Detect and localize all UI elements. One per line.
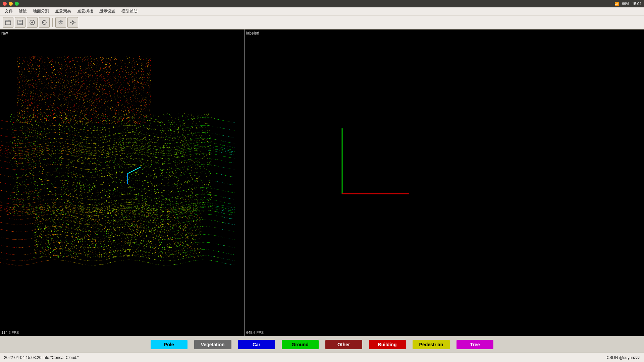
label-btn-building[interactable]: Building (369, 340, 406, 349)
label-btn-car[interactable]: Car (238, 340, 275, 349)
labeled-canvas[interactable] (245, 29, 644, 336)
titlebar-controls (3, 2, 19, 6)
titlebar-status: 📶 99% 15:04 (614, 2, 641, 6)
label-bar: PoleVegetationCarGroundOtherBuildingPede… (0, 336, 644, 353)
menu-model-assist[interactable]: 模型辅助 (119, 8, 140, 15)
close-button[interactable] (3, 2, 7, 6)
menu-file[interactable]: 文件 (2, 8, 15, 15)
svg-point-6 (72, 21, 74, 23)
raw-canvas[interactable] (0, 29, 244, 336)
menu-display[interactable]: 显示设置 (97, 8, 118, 15)
tools-button[interactable] (67, 17, 78, 28)
save-button[interactable] (15, 17, 25, 28)
labeled-fps: 645.6 FPS (246, 330, 264, 335)
menu-filter[interactable]: 滤波 (16, 8, 30, 15)
viewport-labeled[interactable]: labeled 645.6 FPS (245, 29, 644, 336)
svg-rect-4 (18, 23, 22, 24)
label-btn-pedestrian[interactable]: Pedestrian (413, 340, 450, 349)
label-btn-pole[interactable]: Pole (151, 340, 187, 349)
labeled-label: labeled (246, 31, 259, 36)
open-button[interactable] (3, 17, 13, 28)
toolbar-separator (52, 18, 53, 27)
label-btn-tree[interactable]: Tree (457, 340, 493, 349)
svg-rect-3 (19, 20, 21, 22)
toolbar (0, 15, 644, 29)
minimize-button[interactable] (9, 2, 13, 6)
refresh-button[interactable] (39, 17, 50, 28)
raw-label: raw (1, 31, 8, 36)
save-as-button[interactable] (27, 17, 38, 28)
svg-rect-0 (5, 21, 11, 25)
menu-point-stitch[interactable]: 点云拼接 (74, 8, 96, 15)
network-icon: 📶 (614, 2, 619, 6)
main-content: raw 114.2 FPS labeled 645.6 FPS PoleVege… (0, 29, 644, 353)
status-bar: 2022-04-04 15:03:20 Info:"Concat Cloud."… (0, 353, 644, 362)
watermark: CSDN @suyunzzz (606, 355, 640, 360)
viewports: raw 114.2 FPS labeled 645.6 FPS (0, 29, 644, 336)
label-btn-ground[interactable]: Ground (282, 340, 319, 349)
label-btn-vegetation[interactable]: Vegetation (194, 340, 231, 349)
maximize-button[interactable] (15, 2, 19, 6)
viewport-raw[interactable]: raw 114.2 FPS (0, 29, 245, 336)
menu-point-cluster[interactable]: 点云聚类 (52, 8, 74, 15)
clock: 15:04 (632, 2, 641, 6)
battery-label: 99% (622, 2, 629, 6)
titlebar: 📶 99% 15:04 (0, 0, 644, 7)
menu-ground-seg[interactable]: 地面分割 (30, 8, 52, 15)
status-message: 2022-04-04 15:03:20 Info:"Concat Cloud." (4, 355, 79, 360)
label-btn-other[interactable]: Other (325, 340, 362, 349)
svg-rect-1 (6, 20, 8, 21)
menubar: 文件 滤波 地面分割 点云聚类 点云拼接 显示设置 模型辅助 (0, 7, 644, 15)
layer-button[interactable] (55, 17, 66, 28)
raw-fps: 114.2 FPS (1, 330, 19, 335)
